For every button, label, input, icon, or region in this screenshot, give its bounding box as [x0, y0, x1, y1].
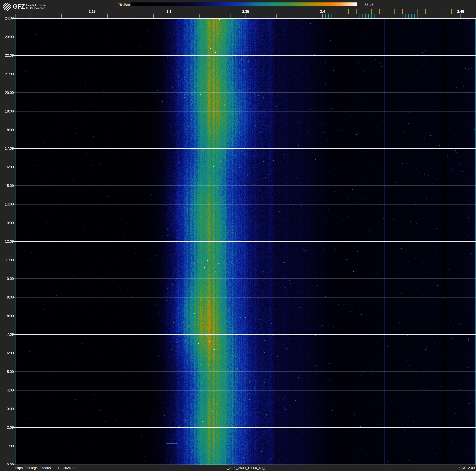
wifi-channel-tick	[379, 9, 380, 14]
ble-channel-tick	[430, 14, 430, 18]
ble-channel-tick	[387, 14, 387, 18]
minor-tick	[61, 14, 62, 18]
rf-burst-speck	[361, 314, 362, 315]
minor-tick	[123, 14, 123, 18]
date-label: 2023-12-09	[458, 466, 475, 470]
rf-burst-speck	[329, 379, 330, 380]
gfz-logo-subtitle: Helmholtz Centre for Geosciences	[26, 4, 46, 10]
ble-channel-tick	[414, 14, 415, 18]
hour-label: 2:00	[0, 425, 14, 430]
ble-channel-tick	[445, 14, 445, 18]
hour-label: 16:00	[0, 165, 14, 169]
minor-tick	[77, 14, 77, 18]
hour-gridline	[12, 297, 476, 297]
ble-channel-tick	[341, 14, 341, 18]
colorbar-min-label: -75 dBm	[117, 3, 130, 7]
hour-gridline	[12, 334, 476, 335]
ble-channel-tick	[418, 14, 418, 18]
signal-event-dash	[81, 442, 92, 442]
hour-label: 18:00	[0, 128, 14, 132]
freq-axis-label: 2.35	[242, 10, 249, 14]
hour-label: 3:00	[0, 407, 14, 411]
rf-burst-speck	[360, 426, 361, 427]
rf-burst-speck	[335, 78, 335, 79]
rf-burst-speck	[329, 363, 330, 364]
hour-gridline	[12, 111, 476, 111]
ble-channel-tick	[325, 14, 326, 18]
ble-channel-tick	[399, 14, 399, 18]
gfz-logo: GFZ Helmholtz Centre for Geosciences	[3, 2, 46, 11]
ble-channel-tick	[344, 14, 344, 18]
freq-axis-label: 2.25	[89, 10, 96, 14]
ble-channel-tick	[393, 14, 393, 18]
gfz-logo-text: GFZ	[13, 3, 25, 10]
ble-channel-tick	[436, 14, 436, 18]
ble-channel-tick	[332, 14, 332, 18]
hour-gridline	[12, 372, 476, 372]
ble-channel-tick	[338, 14, 338, 18]
ble-channel-tick	[372, 14, 372, 18]
wifi-channel-tick	[418, 9, 418, 14]
ble-channel-tick	[442, 14, 442, 18]
minor-tick	[46, 14, 46, 18]
wifi-channel-tick	[372, 9, 372, 14]
hour-label: 5:00	[0, 370, 14, 374]
wifi-channel-tick	[425, 9, 426, 14]
hour-label: 23:00	[0, 35, 14, 39]
minor-tick	[322, 14, 323, 18]
hour-label: 24:00	[0, 16, 14, 20]
minor-tick	[169, 14, 169, 18]
hour-gridline	[12, 353, 476, 353]
spectrogram-page: GFZ Helmholtz Centre for Geosciences -75…	[0, 0, 476, 471]
wifi-channel-tick	[433, 9, 433, 14]
rf-burst-speck	[348, 318, 348, 318]
hour-label: 9:00	[0, 295, 14, 299]
rf-burst-speck	[347, 198, 347, 199]
ble-channel-tick	[374, 14, 375, 18]
wifi-channel-tick	[394, 9, 395, 14]
minor-tick	[246, 14, 246, 18]
minor-tick	[215, 14, 215, 18]
gfz-subtitle-line1: Helmholtz Centre	[26, 4, 46, 7]
wifi-channel-tick	[356, 9, 357, 14]
hour-gridline	[12, 74, 476, 74]
minor-tick	[292, 14, 292, 18]
gfz-globe-icon	[3, 3, 11, 11]
rf-burst-speck	[329, 41, 329, 42]
hour-label: 6:00	[0, 351, 14, 355]
minor-tick	[276, 14, 276, 18]
doi-link[interactable]: https://doi.org/10.5880/GFZ.1.2.2024.003	[15, 466, 77, 470]
hour-label: 4:00	[0, 388, 14, 392]
hour-label: 13:00	[0, 221, 14, 225]
hour-gridline	[12, 446, 476, 446]
wifi-channel-tick	[402, 9, 403, 14]
minor-tick	[92, 14, 92, 18]
ble-channel-tick	[356, 14, 357, 18]
ble-channel-tick	[384, 14, 384, 18]
wifi-channel-tick	[387, 9, 387, 14]
minor-tick	[307, 14, 307, 18]
footer: https://doi.org/10.5880/GFZ.1.2.2024.003…	[0, 465, 476, 471]
hour-label: 21:00	[0, 72, 14, 76]
hour-label: 12:00	[0, 239, 14, 244]
rf-burst-speck	[334, 236, 334, 237]
ble-channel-tick	[359, 14, 359, 18]
hour-gridline	[12, 18, 476, 18]
signal-event-dash	[166, 443, 178, 444]
hour-gridline	[12, 185, 476, 186]
hour-gridline	[12, 37, 476, 37]
hour-label: 7:00	[0, 332, 14, 337]
hour-gridline	[12, 148, 476, 149]
hour-gridline	[12, 260, 476, 260]
wifi-channel-tick	[410, 9, 410, 14]
wifi-channel-tick	[348, 9, 349, 14]
ble-channel-tick	[365, 14, 366, 18]
colorbar	[131, 2, 357, 6]
colorbar-max-label: -55 dBm	[364, 3, 376, 7]
wifi-channel-tick	[341, 9, 341, 14]
ble-channel-tick	[378, 14, 378, 18]
ble-channel-tick	[362, 14, 362, 18]
hour-gridline	[12, 279, 476, 279]
hour-gridline	[12, 130, 476, 130]
hour-gridline	[12, 55, 476, 56]
